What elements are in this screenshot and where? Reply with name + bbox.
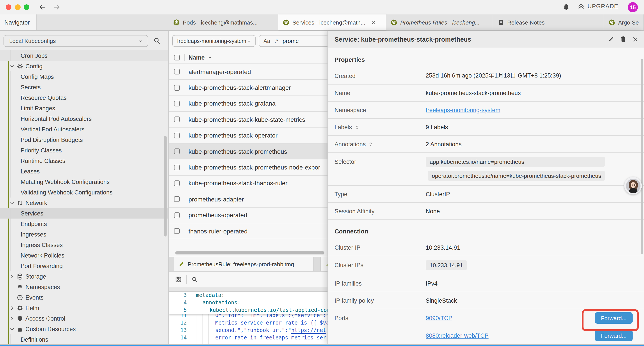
expand-toggle-icon[interactable] (355, 125, 360, 129)
expand-toggle-icon[interactable] (368, 142, 373, 146)
table-row[interactable]: kube-prometheus-stack-alertmanager (169, 80, 328, 96)
edit-icon[interactable] (608, 36, 614, 42)
assistant-avatar[interactable] (624, 177, 642, 194)
port-link[interactable]: 8080:reloader-web/TCP (426, 332, 488, 339)
table-search-input[interactable]: Aa .* prome (259, 35, 328, 47)
sidebar-item-network[interactable]: Network (0, 198, 169, 208)
sidebar-item-port-forwarding[interactable]: Port Forwarding (0, 261, 169, 271)
port-link[interactable]: 9090/TCP (426, 315, 452, 321)
namespace-select[interactable]: freeleaps-monitoring-system (172, 35, 256, 47)
minimize-window-button[interactable] (15, 4, 20, 10)
sidebar-item-ingresses[interactable]: Ingresses (0, 229, 169, 240)
sidebar-item-services[interactable]: Services (0, 208, 169, 219)
upgrade-button[interactable]: UPGRADE (578, 3, 618, 10)
bell-icon[interactable] (562, 3, 570, 11)
row-checkbox[interactable] (174, 133, 180, 138)
chevron-down-icon[interactable] (9, 200, 15, 206)
code-segment[interactable]: https://net (291, 327, 326, 334)
row-checkbox[interactable] (174, 148, 180, 154)
sidebar-item-priority-classes[interactable]: Priority Classes (0, 145, 169, 155)
name-column-header[interactable]: Name (188, 54, 212, 61)
forward-arrow-icon[interactable] (53, 3, 61, 11)
tab-services-icecheng-math[interactable]: Services - icecheng@math... (278, 14, 386, 30)
sidebar-item-pod-disruption-budgets[interactable]: Pod Disruption Budgets (0, 134, 169, 145)
table-row[interactable]: kube-prometheus-stack-prometheus-node-ex… (169, 160, 328, 176)
sidebar-item-mutating-webhook-configurations[interactable]: Mutating Webhook Configurations (0, 177, 169, 187)
row-checkbox[interactable] (174, 212, 180, 218)
dock-tab-prometheusrule[interactable]: PrometheusRule: freeleaps-prod-rabbitmq (174, 257, 314, 271)
table-row[interactable]: thanos-ruler-operated (169, 223, 328, 239)
kubeconfig-select[interactable]: Local Kubeconfigs (4, 35, 148, 47)
sidebar-item-network-policies[interactable]: Network Policies (0, 250, 169, 261)
sidebar-item-horizontal-pod-autoscalers[interactable]: Horizontal Pod Autoscalers (0, 113, 169, 124)
sidebar-scrollbar[interactable] (164, 136, 166, 237)
chevron-down-icon[interactable] (9, 326, 15, 332)
row-checkbox[interactable] (174, 69, 180, 74)
notification-count-badge[interactable]: 15 (628, 2, 638, 12)
tab-argo-se[interactable]: Argo Se (604, 14, 644, 30)
sidebar-search-icon[interactable] (154, 37, 160, 44)
table-row[interactable]: alertmanager-operated (169, 64, 328, 80)
forward-button[interactable]: Forward... (595, 330, 632, 341)
trash-icon[interactable] (620, 36, 626, 42)
sidebar-item-validating-webhook-configurations[interactable]: Validating Webhook Configurations (0, 187, 169, 198)
sidebar-item-definitions[interactable]: Definitions (0, 334, 169, 344)
table-row[interactable]: prometheus-operated (169, 207, 328, 223)
sidebar-item-secrets[interactable]: Secrets (0, 82, 169, 92)
sidebar-item-storage[interactable]: Storage (0, 271, 169, 282)
sidebar-item-resource-quotas[interactable]: Resource Quotas (0, 92, 169, 103)
table-row[interactable]: prometheus-adapter (169, 191, 328, 207)
row-checkbox[interactable] (174, 164, 180, 170)
chevron-down-icon[interactable] (9, 63, 15, 69)
sidebar-item-events[interactable]: Events (0, 292, 169, 303)
sidebar-item-custom-resources[interactable]: Custom Resources (0, 324, 169, 334)
navigator-panel-tab[interactable]: Navigator (0, 14, 37, 30)
table-row[interactable]: kube-prometheus-stack-operator (169, 128, 328, 144)
dock-tab-second[interactable] (320, 257, 328, 271)
sidebar-item-helm[interactable]: Helm (0, 303, 169, 313)
sidebar-item-cron-jobs[interactable]: Cron Jobs (0, 50, 169, 61)
chevron-right-icon[interactable] (9, 305, 15, 311)
row-checkbox[interactable] (174, 196, 180, 202)
row-checkbox[interactable] (174, 180, 180, 186)
sidebar-item-config-maps[interactable]: Config Maps (0, 71, 169, 82)
editor-search-icon[interactable] (192, 276, 198, 282)
sidebar-item-limit-ranges[interactable]: Limit Ranges (0, 103, 169, 113)
chevron-right-icon[interactable] (9, 316, 15, 321)
sidebar-item-ingress-classes[interactable]: Ingress Classes (0, 240, 169, 250)
sidebar-item-access-control[interactable]: Access Control (0, 313, 169, 324)
tab-release-notes[interactable]: Release Notes (493, 14, 604, 30)
back-arrow-icon[interactable] (38, 3, 46, 11)
row-checkbox[interactable] (174, 85, 180, 90)
table-row[interactable]: kube-prometheus-stack-kube-state-metrics (169, 112, 328, 128)
row-checkbox[interactable] (174, 228, 180, 234)
table-horizontal-scrollbar[interactable] (175, 251, 324, 255)
yaml-editor[interactable]: 3metadata:4annotations:5kubectl.kubernet… (169, 292, 328, 344)
close-icon[interactable] (632, 36, 638, 42)
table-row[interactable]: kube-prometheus-stack-prometheus (169, 144, 328, 160)
close-tab-icon[interactable] (371, 20, 376, 25)
row-checkbox[interactable] (174, 117, 180, 122)
service-name: prometheus-adapter (188, 196, 244, 203)
regex-toggle[interactable]: .* (275, 38, 278, 44)
row-checkbox[interactable] (174, 101, 180, 106)
select-all-checkbox[interactable] (174, 54, 180, 60)
chevron-right-icon[interactable] (9, 274, 15, 279)
sidebar-item-runtime-classes[interactable]: Runtime Classes (0, 155, 169, 166)
sidebar-item-config[interactable]: Config (0, 61, 169, 71)
tab-prometheus-rules-icecheng[interactable]: Prometheus Rules - icecheng... (386, 14, 493, 30)
tab-pods-icecheng-mathmas[interactable]: Pods - icecheng@mathmas... (169, 14, 278, 30)
namespace-link[interactable]: freeleaps-monitoring-system (426, 107, 500, 113)
detail-scrollbar[interactable] (641, 59, 643, 254)
table-row[interactable]: kube-prometheus-stack-grafana (169, 96, 328, 112)
zoom-window-button[interactable] (24, 4, 29, 10)
sidebar-item-leases[interactable]: Leases (0, 166, 169, 177)
sidebar-item-namespaces[interactable]: Namespaces (0, 282, 169, 292)
table-row[interactable]: kube-prometheus-stack-thanos-ruler (169, 175, 328, 191)
match-case-toggle[interactable]: Aa (264, 38, 270, 44)
sidebar-item-vertical-pod-autoscalers[interactable]: Vertical Pod Autoscalers (0, 124, 169, 134)
save-icon[interactable] (175, 276, 182, 283)
sidebar-item-endpoints[interactable]: Endpoints (0, 219, 169, 229)
close-window-button[interactable] (6, 4, 12, 10)
dock-divider-strip[interactable] (169, 287, 328, 292)
